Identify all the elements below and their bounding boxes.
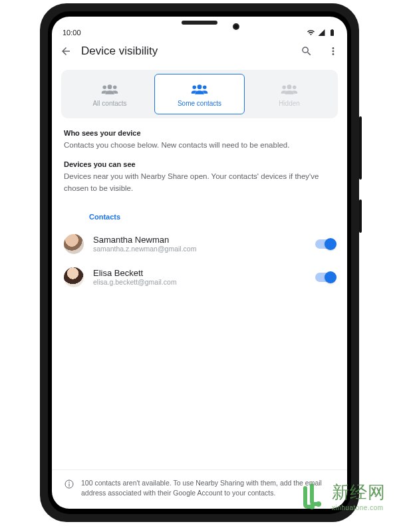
section-heading: Who sees your device: [64, 129, 335, 137]
status-bar: 10:00: [52, 17, 347, 38]
svg-point-3: [316, 501, 321, 507]
contact-info: Elisa Beckett elisa.g.beckett@gmail.com: [93, 268, 306, 286]
front-camera: [233, 23, 239, 30]
tab-some-contacts[interactable]: Some contacts: [154, 74, 245, 114]
signal-icon: [317, 29, 326, 37]
tab-label: Hidden: [279, 100, 300, 107]
contact-toggle[interactable]: [315, 273, 335, 282]
page-title: Device visibility: [81, 45, 291, 58]
section-who-sees: Who sees your device Contacts you choose…: [52, 129, 347, 151]
people-icon: [280, 82, 299, 96]
people-icon: [100, 82, 119, 96]
contacts-subheader: Contacts: [52, 203, 347, 227]
contact-email: samantha.z.newman@gmail.com: [93, 245, 306, 253]
watermark-logo: [296, 480, 328, 512]
volume-button: [359, 116, 362, 180]
info-icon: [64, 479, 74, 489]
contact-row[interactable]: Samantha Newman samantha.z.newman@gmail.…: [52, 227, 347, 261]
watermark-name: 新经网: [332, 481, 386, 504]
avatar: [64, 267, 84, 287]
tab-label: All contacts: [92, 100, 126, 107]
speaker-grille: [182, 21, 217, 25]
back-button[interactable]: [60, 45, 72, 57]
contact-row[interactable]: Elisa Beckett elisa.g.beckett@gmail.com: [52, 261, 347, 294]
status-time: 10:00: [63, 29, 81, 37]
section-devices-you-see: Devices you can see Devices near you wit…: [52, 160, 347, 194]
section-heading: Devices you can see: [64, 160, 335, 168]
avatar: [64, 234, 84, 254]
screen: 10:00 Device visibility All contacts: [52, 17, 347, 509]
section-body: Contacts you choose below. New contacts …: [64, 140, 335, 151]
svg-point-4: [309, 504, 315, 509]
phone-bezel: 10:00 Device visibility All contacts: [48, 11, 351, 514]
visibility-tabs: All contacts Some contacts Hidden: [61, 70, 338, 118]
wifi-icon: [307, 29, 315, 37]
contact-name: Elisa Beckett: [93, 268, 306, 278]
section-body: Devices near you with Nearby Share open.…: [64, 171, 335, 194]
contact-info: Samantha Newman samantha.z.newman@gmail.…: [93, 235, 306, 253]
contact-toggle[interactable]: [315, 239, 335, 249]
tab-hidden[interactable]: Hidden: [245, 74, 334, 114]
people-icon: [190, 82, 209, 96]
search-icon[interactable]: [301, 45, 313, 57]
phone-frame: 10:00 Device visibility All contacts: [40, 3, 359, 522]
battery-icon: [328, 29, 336, 37]
svg-point-2: [69, 481, 70, 482]
contact-email: elisa.g.beckett@gmail.com: [93, 278, 306, 286]
watermark: 新经网 xinhuatone.com: [296, 480, 386, 512]
watermark-url: xinhuatone.com: [332, 504, 386, 511]
contact-name: Samantha Newman: [93, 235, 306, 245]
power-button: [359, 200, 362, 233]
more-icon[interactable]: [327, 45, 339, 57]
app-bar: Device visibility: [52, 38, 347, 66]
tab-all-contacts[interactable]: All contacts: [65, 74, 154, 114]
tab-label: Some contacts: [178, 100, 221, 107]
